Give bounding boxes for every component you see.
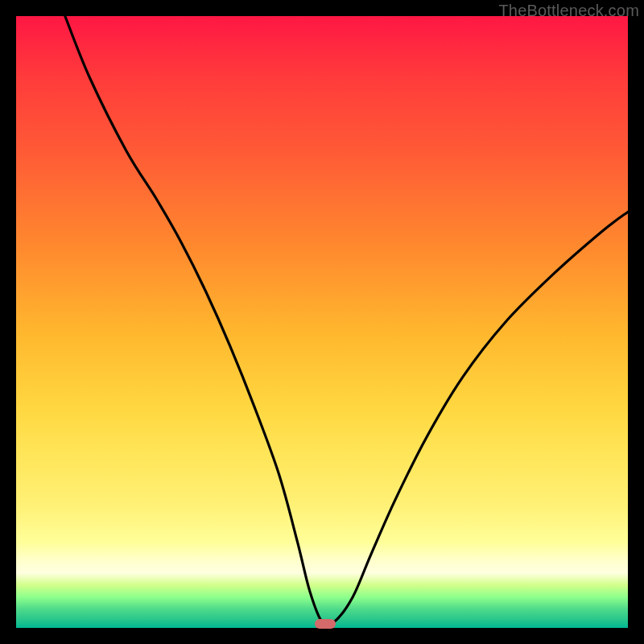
optimal-point-marker [315, 619, 336, 629]
bottleneck-curve [16, 16, 628, 628]
chart-frame: TheBottleneck.com [0, 0, 644, 644]
plot-area [16, 16, 628, 628]
